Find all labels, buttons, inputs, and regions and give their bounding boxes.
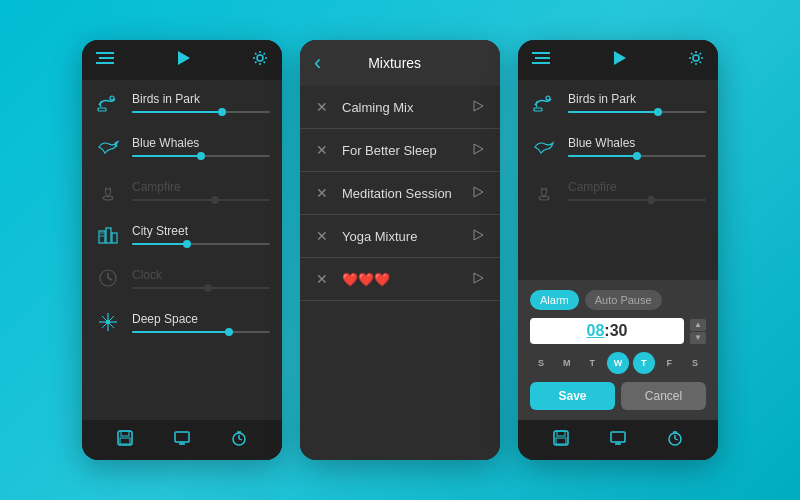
svg-rect-10	[112, 233, 117, 243]
remove-yoga-icon[interactable]: ✕	[316, 228, 328, 244]
alarm-tabs: Alarm Auto Pause	[530, 290, 706, 310]
svg-rect-9	[106, 228, 111, 243]
campfire-slider[interactable]	[132, 199, 270, 201]
svg-line-15	[108, 278, 112, 280]
right-panel: Birds in Park Blue Whales	[518, 40, 718, 460]
time-down-btn[interactable]: ▼	[690, 332, 706, 344]
svg-point-20	[106, 320, 110, 324]
play-yoga-icon[interactable]	[472, 229, 484, 244]
remove-hearts-icon[interactable]: ✕	[316, 271, 328, 287]
right-sound-birds[interactable]: Birds in Park	[518, 80, 718, 124]
sound-item-city[interactable]: City Street	[82, 212, 282, 256]
sound-item-clock[interactable]: Clock	[82, 256, 282, 300]
campfire-info: Campfire	[132, 180, 270, 201]
svg-rect-23	[120, 438, 130, 444]
svg-point-41	[693, 55, 699, 61]
days-row: S M T W T F S	[530, 352, 706, 374]
whales-slider[interactable]	[132, 155, 270, 157]
mix-item-yoga[interactable]: ✕ Yoga Mixture	[300, 215, 500, 258]
deepspace-name: Deep Space	[132, 312, 270, 326]
svg-point-43	[546, 96, 550, 100]
svg-marker-35	[474, 230, 483, 240]
middle-panel: ‹ Mixtures ✕ Calming Mix ✕ For Better Sl…	[300, 40, 500, 460]
whales-name: Blue Whales	[132, 136, 270, 150]
play-meditation-icon[interactable]	[472, 186, 484, 201]
deepspace-icon	[94, 308, 122, 336]
city-icon	[94, 220, 122, 248]
birds-slider[interactable]	[132, 111, 270, 113]
right-whales-info: Blue Whales	[568, 136, 706, 157]
sound-item-whales[interactable]: Blue Whales	[82, 124, 282, 168]
alarm-tab-alarm[interactable]: Alarm	[530, 290, 579, 310]
right-sound-campfire[interactable]: Campfire	[518, 168, 718, 212]
left-header	[82, 40, 282, 80]
right-play-icon[interactable]	[611, 50, 627, 70]
sound-item-campfire[interactable]: Campfire	[82, 168, 282, 212]
right-sound-whales[interactable]: Blue Whales	[518, 124, 718, 168]
mix-item-hearts[interactable]: ✕ ❤️❤️❤️	[300, 258, 500, 301]
day-btn-t2[interactable]: T	[633, 352, 655, 374]
clock-slider[interactable]	[132, 287, 270, 289]
left-cast-icon[interactable]	[174, 431, 190, 449]
svg-rect-5	[98, 108, 106, 111]
right-whales-icon	[530, 132, 558, 160]
play-calming-icon[interactable]	[472, 100, 484, 115]
whales-info: Blue Whales	[132, 136, 270, 157]
right-whales-name: Blue Whales	[568, 136, 706, 150]
svg-marker-40	[614, 51, 626, 65]
sound-item-deepspace[interactable]: Deep Space	[82, 300, 282, 344]
svg-rect-48	[611, 432, 625, 442]
right-menu-icon[interactable]	[532, 51, 550, 69]
time-hours: 08	[587, 322, 605, 339]
city-slider[interactable]	[132, 243, 270, 245]
left-save-icon[interactable]	[117, 430, 133, 450]
right-campfire-slider[interactable]	[568, 199, 706, 201]
remove-meditation-icon[interactable]: ✕	[316, 185, 328, 201]
back-icon[interactable]: ‹	[314, 50, 321, 76]
day-btn-f[interactable]: F	[658, 352, 680, 374]
left-menu-icon[interactable]	[96, 51, 114, 69]
right-cast-icon[interactable]	[610, 431, 626, 449]
right-whales-slider[interactable]	[568, 155, 706, 157]
deepspace-info: Deep Space	[132, 312, 270, 333]
remove-sleep-icon[interactable]: ✕	[316, 142, 328, 158]
alarm-tab-autopause[interactable]: Auto Pause	[585, 290, 662, 310]
time-minutes: 30	[610, 322, 628, 339]
day-btn-s1[interactable]: S	[530, 352, 552, 374]
play-sleep-icon[interactable]	[472, 143, 484, 158]
right-footer	[518, 420, 718, 460]
deepspace-slider[interactable]	[132, 331, 270, 333]
remove-calming-icon[interactable]: ✕	[316, 99, 328, 115]
calming-name: Calming Mix	[342, 100, 472, 115]
left-play-icon[interactable]	[175, 50, 191, 70]
time-input-row: 08:30 ▲ ▼	[530, 318, 706, 344]
time-display[interactable]: 08:30	[530, 318, 684, 344]
save-button[interactable]: Save	[530, 382, 615, 410]
time-up-btn[interactable]: ▲	[690, 319, 706, 331]
mix-item-calming[interactable]: ✕ Calming Mix	[300, 86, 500, 129]
day-btn-m[interactable]: M	[556, 352, 578, 374]
svg-marker-3	[178, 51, 190, 65]
right-timer-icon[interactable]	[667, 430, 683, 450]
mix-item-sleep[interactable]: ✕ For Better Sleep	[300, 129, 500, 172]
day-btn-w[interactable]: W	[607, 352, 629, 374]
right-birds-name: Birds in Park	[568, 92, 706, 106]
svg-rect-42	[534, 108, 542, 111]
left-settings-icon[interactable]	[252, 50, 268, 70]
birds-info: Birds in Park	[132, 92, 270, 113]
cancel-button[interactable]: Cancel	[621, 382, 706, 410]
right-settings-icon[interactable]	[688, 50, 704, 70]
time-arrows: ▲ ▼	[690, 319, 706, 344]
meditation-name: Meditation Session	[342, 186, 472, 201]
day-btn-t1[interactable]: T	[581, 352, 603, 374]
right-campfire-name: Campfire	[568, 180, 706, 194]
left-timer-icon[interactable]	[231, 430, 247, 450]
right-sound-list: Birds in Park Blue Whales	[518, 80, 718, 280]
play-hearts-icon[interactable]	[472, 272, 484, 287]
svg-marker-34	[474, 187, 483, 197]
right-birds-slider[interactable]	[568, 111, 706, 113]
mix-item-meditation[interactable]: ✕ Meditation Session	[300, 172, 500, 215]
right-save-icon[interactable]	[553, 430, 569, 450]
sound-item-birds[interactable]: Birds in Park	[82, 80, 282, 124]
day-btn-s2[interactable]: S	[684, 352, 706, 374]
